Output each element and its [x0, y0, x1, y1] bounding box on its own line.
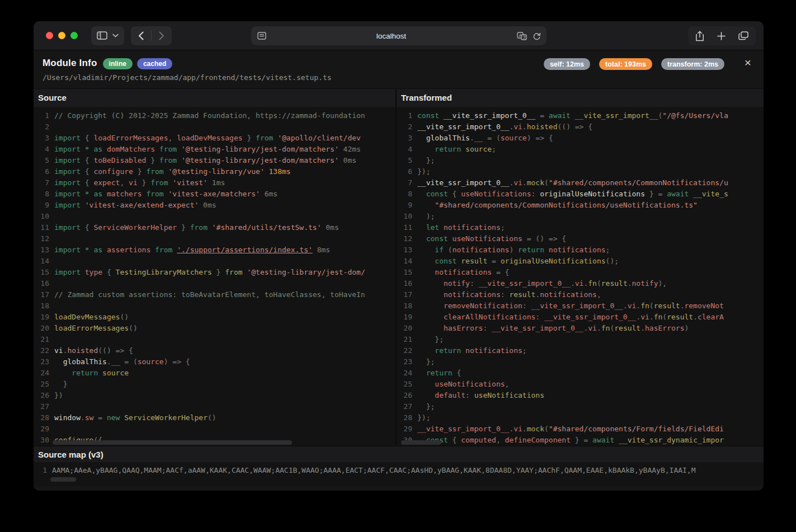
- line-number: 12: [34, 233, 49, 244]
- code-line: 18: [34, 300, 395, 312]
- sidebar-icon[interactable]: [97, 31, 107, 40]
- code-line: 4 return source;: [397, 144, 764, 155]
- line-number: 11: [34, 222, 49, 233]
- code-text: [49, 211, 395, 222]
- code-text: }): [49, 390, 395, 401]
- traffic-lights: [46, 32, 78, 39]
- back-button[interactable]: [131, 26, 151, 45]
- code-text: const { computed, defineComponent } = aw…: [412, 435, 764, 446]
- code-text: import { configure } from '@testing-libr…: [49, 166, 395, 177]
- forward-button[interactable]: [152, 26, 172, 45]
- panel-headers: Source Transformed: [34, 88, 764, 107]
- badge-inline: inline: [103, 58, 133, 69]
- code-line: 28window.sw = new ServiceWorkerHelper(): [34, 412, 395, 423]
- code-text: import { loadErrorMessages, loadDevMessa…: [49, 133, 395, 144]
- code-text: const { useNotifications: originalUseNot…: [412, 189, 764, 200]
- code-text: globalThis.__ = (source) => {: [49, 356, 395, 368]
- code-line: 10 );: [397, 211, 764, 222]
- line-number: 11: [397, 222, 412, 233]
- source-horizontal-scrollbar[interactable]: [53, 440, 292, 445]
- code-line: 7import { expect, vi } from 'vitest' 1ms: [34, 177, 395, 189]
- code-line: 18 removeNotification: __vite_ssr_import…: [397, 300, 764, 312]
- minimize-window-button[interactable]: [58, 32, 65, 39]
- code-text: return {: [412, 368, 764, 379]
- reload-icon[interactable]: [533, 32, 541, 40]
- code-line: 24 return {: [397, 368, 764, 379]
- code-text: };: [412, 401, 764, 412]
- close-icon[interactable]: ×: [740, 55, 756, 70]
- code-text: [49, 300, 395, 312]
- sourcemap-horizontal-scrollbar[interactable]: [50, 477, 76, 482]
- line-number: 21: [34, 334, 49, 345]
- source-link[interactable]: './support/assertions/index.ts': [177, 246, 313, 254]
- address-bar[interactable]: localhost A文: [251, 26, 547, 45]
- code-line: 2__vite_ssr_import_0__.vi.hoisted(() => …: [397, 121, 764, 133]
- code-line: 14 const result = originalUseNotificatio…: [397, 256, 764, 267]
- code-line: 3import { loadErrorMessages, loadDevMess…: [34, 133, 395, 144]
- page-format-icon[interactable]: [257, 32, 266, 40]
- line-number: 24: [397, 368, 412, 379]
- line-number: 1: [397, 110, 412, 121]
- code-text: window.sw = new ServiceWorkerHelper(): [49, 412, 395, 423]
- code-text: notify: __vite_ssr_import_0__.vi.fn(resu…: [412, 278, 764, 289]
- browser-window: localhost A文 Module Info: [34, 21, 764, 491]
- code-line: 27 };: [397, 401, 764, 412]
- code-line: 22vi.hoisted(() => {: [34, 345, 395, 356]
- line-number: 1: [34, 110, 49, 121]
- line-number: 27: [34, 401, 49, 412]
- sidebar-chevron-down-icon[interactable]: [112, 34, 119, 37]
- tab-overview-icon[interactable]: [738, 31, 748, 40]
- line-number: 3: [34, 133, 49, 144]
- code-text: notifications: result.notifications,: [412, 289, 764, 300]
- code-line: 6import { configure } from '@testing-lib…: [34, 166, 395, 177]
- line-number: 25: [397, 379, 412, 390]
- line-number: 28: [34, 412, 49, 423]
- code-line: 14: [34, 256, 395, 267]
- code-text: import * as assertions from './support/a…: [49, 244, 395, 256]
- line-number: 9: [34, 200, 49, 211]
- line-number: 28: [397, 412, 412, 423]
- timing-transform: transform: 2ms: [661, 58, 724, 70]
- code-text: loadDevMessages(): [49, 312, 395, 323]
- code-line: 1// Copyright (C) 2012-2025 Zammad Found…: [34, 110, 395, 121]
- line-number: 22: [34, 345, 49, 356]
- code-line: 16: [34, 278, 395, 289]
- line-number: 13: [397, 244, 412, 256]
- code-line: 25 useNotifications,: [397, 379, 764, 390]
- page-title: Module Info: [43, 58, 97, 69]
- transformed-panel-title: Transformed: [397, 89, 764, 107]
- code-line: 29__vite_ssr_import_0__.vi.mock("#shared…: [397, 423, 764, 435]
- code-text: [49, 401, 395, 412]
- line-number: 6: [34, 166, 49, 177]
- code-text: // Copyright (C) 2012-2025 Zammad Founda…: [49, 110, 395, 121]
- url-text: localhost: [266, 32, 517, 40]
- line-number: 16: [34, 278, 49, 289]
- code-line: 13import * as assertions from './support…: [34, 244, 395, 256]
- code-text: "#shared/components/CommonNotifications/…: [412, 200, 764, 211]
- code-text: let notifications;: [412, 222, 764, 233]
- code-line: 3 globalThis.__ = (source) => {: [397, 133, 764, 144]
- code-line: 21: [34, 334, 395, 345]
- transformed-panel: 1const __vite_ssr_import_0__ = await __v…: [397, 107, 764, 446]
- translate-icon[interactable]: A文: [517, 32, 527, 40]
- line-number: 26: [397, 390, 412, 401]
- code-text: );: [412, 211, 764, 222]
- code-text: globalThis.__ = (source) => {: [412, 133, 764, 144]
- zoom-window-button[interactable]: [70, 32, 78, 39]
- new-tab-icon[interactable]: [717, 32, 726, 40]
- line-number: 20: [34, 323, 49, 334]
- transformed-horizontal-scrollbar[interactable]: [401, 440, 441, 445]
- code-text: if (notifications) return notifications;: [412, 244, 764, 256]
- line-number: 10: [34, 211, 49, 222]
- code-line: 17// Zammad custom assertions: toBeAvata…: [34, 289, 395, 300]
- code-text: const __vite_ssr_import_0__ = await __vi…: [412, 110, 764, 121]
- line-number: 8: [34, 189, 49, 200]
- share-icon[interactable]: [695, 31, 704, 41]
- code-text: __vite_ssr_import_0__.vi.mock("#shared/c…: [412, 177, 764, 189]
- code-text: };: [412, 356, 764, 368]
- code-line: 5import { toBeDisabled } from '@testing-…: [34, 155, 395, 166]
- code-line: 9import 'vitest-axe/extend-expect' 0ms: [34, 200, 395, 211]
- code-text: import 'vitest-axe/extend-expect' 0ms: [49, 200, 395, 211]
- code-line: 19 clearAllNotifications: __vite_ssr_imp…: [397, 312, 764, 323]
- close-window-button[interactable]: [46, 32, 53, 39]
